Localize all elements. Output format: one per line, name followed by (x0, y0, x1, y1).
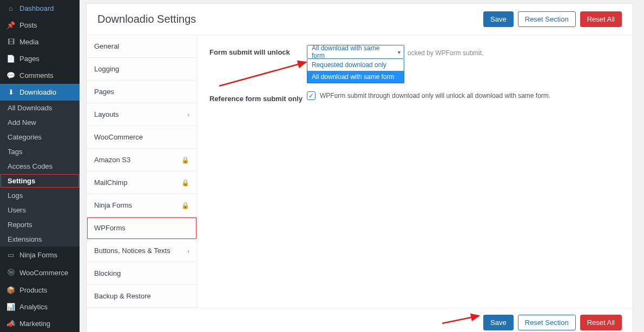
comment-icon: 💬 (5, 71, 16, 79)
vtab-woocommerce[interactable]: WooCommerce (87, 126, 197, 149)
sidebar-item-label: Products (19, 286, 47, 294)
form-unlock-row: Form submit will unlock All download wit… (209, 45, 621, 59)
svg-line-0 (219, 62, 306, 86)
sidebar-subitem-logs[interactable]: Logs (0, 188, 80, 203)
page-title: Downloadio Settings (97, 13, 196, 25)
vtab-label: Amazon S3 (94, 156, 130, 164)
sidebar-item-media[interactable]: 🎞Media (0, 34, 80, 50)
vtab-mailchimp[interactable]: MailChimp🔒 (87, 171, 197, 194)
vtab-general[interactable]: General (87, 35, 197, 58)
sidebar-subitem-add-new[interactable]: Add New (0, 115, 80, 130)
form-unlock-select-wrap: All download with same form ▾ Requested … (307, 45, 404, 59)
vtab-label: Ninja Forms (94, 201, 132, 209)
vtab-layouts[interactable]: Layouts› (87, 103, 197, 126)
form-unlock-dropdown: Requested download onlyAll download with… (307, 59, 404, 83)
page-icon: 📄 (5, 55, 16, 63)
vtab-label: Logging (94, 65, 119, 73)
sidebar-subitem-access-codes[interactable]: Access Codes (0, 159, 80, 174)
header-buttons: Save Reset Section Reset All (483, 11, 622, 27)
reset-all-button-footer[interactable]: Reset All (580, 315, 622, 330)
chevron-down-icon: ▾ (398, 49, 400, 55)
checkbox-checked-icon: ✓ (307, 91, 316, 100)
sidebar-item-label: Dashboard (19, 4, 54, 12)
sidebar-subitem-users[interactable]: Users (0, 203, 80, 217)
reference-submit-desc: WPForm submit through download only will… (320, 92, 550, 99)
product-icon: 📦 (5, 286, 16, 294)
sidebar-subitem-tags[interactable]: Tags (0, 144, 80, 159)
sidebar-subitem-categories[interactable]: Categories (0, 130, 80, 144)
wp-admin-sidebar: ⌂Dashboard📌Posts🎞Media📄Pages💬Comments⬇Do… (0, 0, 80, 332)
lock-icon: 🔒 (181, 156, 189, 164)
sidebar-item-label: Posts (19, 21, 37, 29)
chevron-right-icon: › (187, 111, 189, 118)
download-icon: ⬇ (5, 88, 16, 96)
sidebar-item-label: Media (19, 38, 38, 46)
save-button-footer[interactable]: Save (483, 315, 514, 330)
dropdown-option[interactable]: Requested download only (307, 59, 404, 71)
sidebar-subitem-settings[interactable]: Settings (0, 174, 80, 188)
media-icon: 🎞 (5, 38, 16, 46)
sidebar-item-pages[interactable]: 📄Pages (0, 50, 80, 67)
reference-submit-row: Reference form submit only ✓ WPForm subm… (209, 91, 621, 103)
sidebar-item-label: WooCommerce (19, 269, 68, 277)
vtab-pages[interactable]: Pages (87, 81, 197, 103)
vtab-label: Pages (94, 88, 114, 96)
sidebar-item-marketing[interactable]: 📣Marketing (0, 315, 80, 332)
sidebar-item-analytics[interactable]: 📊Analytics (0, 298, 80, 315)
panel-header: Downloadio Settings Save Reset Section R… (87, 4, 633, 35)
sidebar-subitem-extensions[interactable]: Extensions (0, 232, 80, 247)
dashboard-icon: ⌂ (5, 4, 16, 12)
save-button[interactable]: Save (483, 11, 514, 27)
annotation-arrow (440, 311, 483, 328)
sidebar-item-comments[interactable]: 💬Comments (0, 67, 80, 84)
vtab-logging[interactable]: Logging (87, 58, 197, 81)
sidebar-item-dashboard[interactable]: ⌂Dashboard (0, 0, 80, 17)
vtab-ninja-forms[interactable]: Ninja Forms🔒 (87, 194, 197, 217)
marketing-icon: 📣 (5, 320, 16, 328)
vtab-label: Buttons, Notices & Texts (94, 247, 170, 255)
sidebar-item-ninja-forms[interactable]: ▭Ninja Forms (0, 247, 80, 263)
sidebar-item-downloadio[interactable]: ⬇Downloadio (0, 84, 80, 101)
reference-submit-checkbox[interactable]: ✓ WPForm submit through download only wi… (307, 91, 621, 100)
main-content: Downloadio Settings Save Reset Section R… (80, 0, 644, 332)
analytics-icon: 📊 (5, 303, 16, 311)
vtab-backup-restore[interactable]: Backup & Restore (87, 285, 197, 308)
sidebar-subitem-reports[interactable]: Reports (0, 217, 80, 232)
svg-line-1 (442, 316, 479, 323)
vtab-buttons-notices-texts[interactable]: Buttons, Notices & Texts› (87, 240, 197, 262)
sidebar-item-label: Ninja Forms (19, 251, 57, 259)
sidebar-item-label: Comments (19, 71, 54, 79)
vtab-amazon-s3[interactable]: Amazon S3🔒 (87, 149, 197, 171)
sidebar-item-label: Analytics (19, 303, 48, 311)
reset-all-button[interactable]: Reset All (580, 11, 622, 27)
settings-panel: Downloadio Settings Save Reset Section R… (86, 3, 633, 332)
reference-submit-label: Reference form submit only (209, 91, 307, 103)
reset-section-button[interactable]: Reset Section (518, 11, 576, 27)
annotation-arrow (214, 59, 311, 91)
form-unlock-label: Form submit will unlock (209, 45, 307, 56)
sidebar-item-label: Downloadio (19, 88, 56, 96)
vtab-wpforms[interactable]: WPForms (87, 217, 197, 240)
sidebar-item-woocommerce[interactable]: ⓦWooCommerce (0, 263, 80, 282)
vtab-label: MailChimp (94, 178, 127, 187)
sidebar-item-posts[interactable]: 📌Posts (0, 17, 80, 34)
chevron-right-icon: › (187, 248, 189, 254)
vtab-label: General (94, 42, 119, 50)
sidebar-subitem-all-downloads[interactable]: All Downloads (0, 101, 80, 115)
vtab-label: WPForms (94, 224, 126, 232)
dropdown-option[interactable]: All download with same form (307, 71, 404, 83)
settings-vertical-tabs: GeneralLoggingPagesLayouts›WooCommerceAm… (87, 35, 198, 308)
sidebar-item-products[interactable]: 📦Products (0, 282, 80, 298)
vtab-label: Blocking (94, 269, 121, 277)
form-unlock-select[interactable]: All download with same form ▾ (307, 45, 404, 59)
form-icon: ▭ (5, 251, 16, 259)
panel-footer: Save Reset Section Reset All (87, 308, 633, 332)
vtab-blocking[interactable]: Blocking (87, 262, 197, 285)
form-unlock-value: All download with same form (312, 44, 392, 59)
vtab-label: Backup & Restore (94, 292, 151, 300)
wp-submenu: All DownloadsAdd NewCategoriesTagsAccess… (0, 101, 80, 247)
woo-icon: ⓦ (5, 268, 16, 277)
vtab-label: Layouts (94, 110, 119, 118)
reset-section-button-footer[interactable]: Reset Section (518, 315, 576, 330)
sidebar-item-label: Marketing (19, 320, 50, 328)
